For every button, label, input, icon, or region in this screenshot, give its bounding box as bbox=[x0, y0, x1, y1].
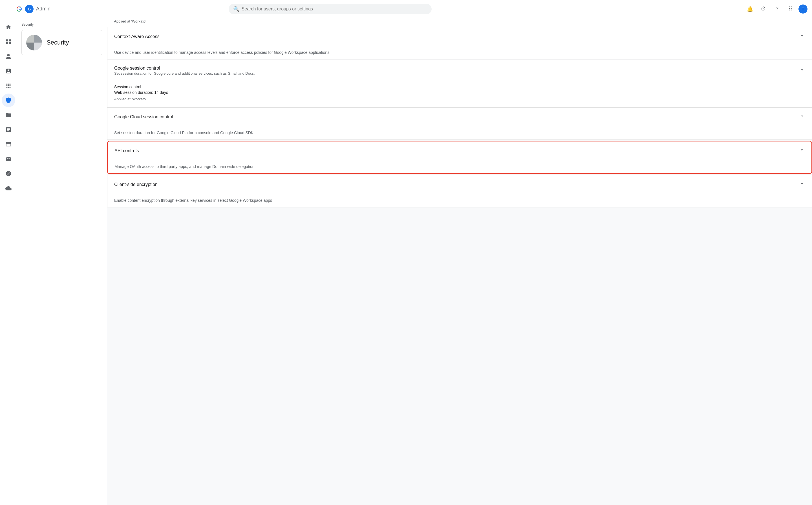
google-cloud-session-control-chevron bbox=[799, 113, 805, 120]
context-aware-access-title: Context-Aware Access bbox=[114, 34, 160, 39]
sidebar-item-storage[interactable] bbox=[2, 108, 15, 122]
breadcrumb: Security bbox=[21, 23, 102, 26]
sidebar-item-billing[interactable] bbox=[2, 138, 15, 151]
section-context-aware-access-header[interactable]: Context-Aware Access bbox=[107, 27, 812, 46]
google-cloud-session-control-title: Google Cloud session control bbox=[114, 115, 173, 120]
left-panel: Security Security bbox=[17, 18, 107, 505]
google-session-control-body: Session control Web session duration: 14… bbox=[107, 85, 812, 107]
main-area: Security Security Applied at 'Workato' C… bbox=[17, 18, 812, 505]
help-button[interactable]: ? bbox=[771, 3, 783, 15]
logo-area: G Admin bbox=[15, 5, 50, 13]
section-client-side-encryption-header[interactable]: Client-side encryption bbox=[107, 175, 812, 194]
sidebar-item-home[interactable] bbox=[2, 20, 15, 34]
svg-text:G: G bbox=[28, 7, 31, 11]
google-cloud-session-control-description: Set session duration for Google Cloud Pl… bbox=[107, 126, 812, 140]
session-control-applied: Applied at 'Workato' bbox=[114, 97, 805, 101]
google-session-control-chevron bbox=[799, 67, 805, 74]
api-controls-title: API controls bbox=[115, 148, 139, 153]
google-session-control-title: Google session control bbox=[114, 66, 255, 71]
timer-button[interactable]: ⏱ bbox=[758, 3, 769, 15]
google-logo bbox=[15, 5, 24, 13]
sidebar-item-security[interactable] bbox=[2, 94, 15, 107]
section-context-aware-access: Context-Aware Access Use device and user… bbox=[107, 27, 812, 59]
sidebar-item-users[interactable] bbox=[2, 49, 15, 63]
client-side-encryption-title: Client-side encryption bbox=[114, 182, 158, 187]
section-google-session-control-header[interactable]: Google session control Set session durat… bbox=[107, 60, 812, 81]
session-control-label: Session control bbox=[114, 85, 805, 89]
menu-icon[interactable] bbox=[5, 6, 11, 12]
sidebar-item-analytics[interactable] bbox=[2, 123, 15, 136]
search-bar: 🔍 bbox=[229, 4, 432, 14]
google-icon: G bbox=[25, 5, 34, 13]
sidebar bbox=[0, 18, 17, 505]
sidebar-item-dashboard[interactable] bbox=[2, 35, 15, 48]
apps-button[interactable]: ⠿ bbox=[785, 3, 796, 15]
sidebar-item-apps[interactable] bbox=[2, 79, 15, 93]
sidebar-item-reports[interactable] bbox=[2, 64, 15, 78]
avatar[interactable]: T bbox=[799, 5, 807, 13]
section-google-cloud-session-control: Google Cloud session control Set session… bbox=[107, 107, 812, 140]
sidebar-item-cloud[interactable] bbox=[2, 181, 15, 195]
section-google-session-control: Google session control Set session durat… bbox=[107, 60, 812, 107]
layout: Security Security Applied at 'Workato' C… bbox=[0, 18, 812, 505]
search-icon: 🔍 bbox=[233, 6, 239, 12]
topbar: G Admin 🔍 🔔 ⏱ ? ⠿ T bbox=[0, 0, 812, 18]
context-aware-access-chevron bbox=[799, 33, 805, 40]
section-api-controls-header[interactable]: API controls bbox=[108, 142, 811, 160]
right-panel: Applied at 'Workato' Context-Aware Acces… bbox=[107, 18, 812, 505]
topbar-left: G Admin bbox=[5, 5, 72, 13]
admin-label: Admin bbox=[36, 6, 50, 12]
search-input[interactable] bbox=[242, 6, 427, 12]
sidebar-item-email[interactable] bbox=[2, 152, 15, 166]
topbar-right: 🔔 ⏱ ? ⠿ T bbox=[745, 3, 807, 15]
security-panel-title: Security bbox=[46, 39, 69, 46]
google-session-control-subtitle: Set session duration for Google core and… bbox=[114, 71, 255, 75]
session-control-value: Web session duration: 14 days bbox=[114, 90, 805, 95]
security-card: Security bbox=[21, 30, 102, 55]
section-client-side-encryption: Client-side encryption Enable content en… bbox=[107, 175, 812, 207]
section-google-cloud-session-control-header[interactable]: Google Cloud session control bbox=[107, 108, 812, 126]
api-controls-description: Manage OAuth access to third party apps,… bbox=[108, 160, 811, 173]
security-icon bbox=[26, 35, 42, 50]
context-aware-access-description: Use device and user identification to ma… bbox=[107, 46, 812, 59]
applied-top-bar: Applied at 'Workato' bbox=[107, 18, 812, 27]
api-controls-chevron bbox=[799, 147, 805, 154]
section-api-controls: API controls Manage OAuth access to thir… bbox=[107, 141, 812, 174]
notification-button[interactable]: 🔔 bbox=[745, 3, 756, 15]
client-side-encryption-chevron bbox=[799, 181, 805, 188]
client-side-encryption-description: Enable content encryption through extern… bbox=[107, 194, 812, 207]
sidebar-item-support[interactable] bbox=[2, 167, 15, 180]
applied-top-text: Applied at 'Workato' bbox=[114, 19, 146, 23]
